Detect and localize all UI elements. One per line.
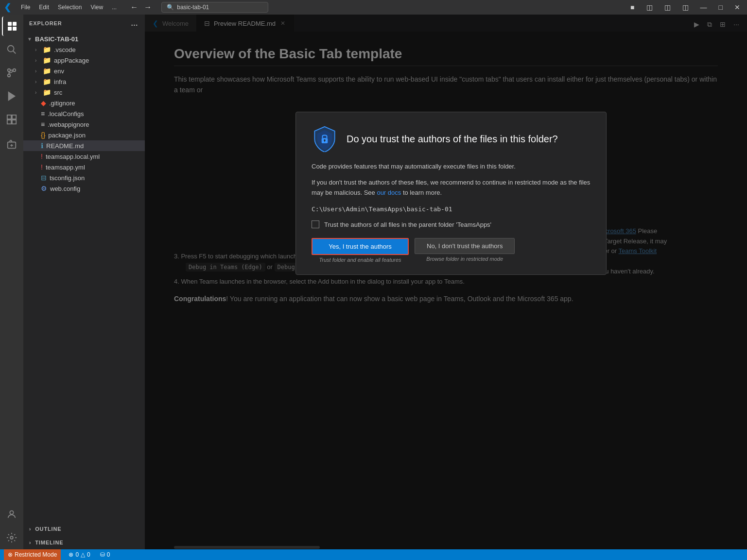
dialog-overlay: [145, 15, 747, 549]
tsconfig-icon: ⊟: [41, 174, 47, 182]
activity-source-control-icon[interactable]: [2, 63, 21, 83]
menu-edit[interactable]: Edit: [35, 3, 53, 12]
outline-label: OUTLINE: [35, 526, 61, 532]
json-icon: {}: [41, 131, 45, 139]
port-icon: ⛁: [100, 551, 105, 558]
no-trust-caption: Browse folder in restricted mode: [426, 256, 503, 262]
md-icon: ℹ: [41, 142, 43, 150]
menu-more[interactable]: ...: [108, 3, 121, 12]
src-chevron-icon: ›: [35, 90, 41, 95]
svg-rect-10: [7, 115, 11, 119]
sidebar: EXPLORER ... ▼ BASIC-TAB-01 › 📁 .vscode …: [23, 15, 145, 549]
sidebar-more-actions[interactable]: ...: [130, 18, 139, 28]
folder-icon: 📁: [43, 78, 51, 85]
menu-selection[interactable]: Selection: [54, 3, 86, 12]
activity-extensions-icon[interactable]: [2, 110, 21, 129]
infra-chevron-icon: ›: [35, 79, 41, 85]
trust-parent-checkbox[interactable]: [312, 221, 319, 228]
vscode-logo-icon: ❮: [4, 2, 11, 13]
svg-point-4: [8, 46, 14, 52]
our-docs-link[interactable]: our docs: [377, 189, 401, 196]
tree-item-teamsapp[interactable]: ! teamsapp.yml: [23, 162, 145, 172]
checkbox-label: Trust the authors of all files in the pa…: [324, 221, 491, 228]
panel-icon[interactable]: ■: [627, 2, 637, 12]
editor-layout-icon[interactable]: ◫: [661, 2, 674, 12]
status-bar: ⊗ Restricted Mode ⊗ 0 △ 0 ⛁ 0: [0, 549, 747, 560]
root-label: BASIC-TAB-01: [35, 35, 78, 43]
tree-item-vscode[interactable]: › 📁 .vscode: [23, 44, 145, 55]
close-button[interactable]: ✕: [731, 2, 743, 12]
shield-icon: [312, 126, 338, 152]
errors-item[interactable]: ⊗ 0 △ 0: [67, 549, 92, 560]
activity-bar: [0, 15, 23, 549]
tree-item-packagejson[interactable]: {} package.json: [23, 130, 145, 140]
minimize-button[interactable]: —: [697, 2, 710, 12]
tree-item-teamsapp-local[interactable]: ! teamsapp.local.yml: [23, 151, 145, 162]
title-search-bar[interactable]: 🔍 basic-tab-01: [161, 2, 268, 13]
tree-item-readme[interactable]: ℹ README.md: [23, 140, 145, 151]
yml2-icon: !: [41, 163, 43, 171]
folder-icon: 📁: [43, 67, 51, 75]
timeline-label: TIMELINE: [35, 540, 63, 545]
activity-search-icon[interactable]: [2, 40, 21, 59]
activity-teams-icon[interactable]: [2, 135, 21, 154]
dialog-header: Do you trust the authors of the files in…: [312, 126, 591, 152]
timeline-section[interactable]: › TIMELINE: [23, 536, 145, 549]
no-trust-button[interactable]: No, I don't trust the authors: [415, 238, 515, 254]
sidebar-left-icon[interactable]: ◫: [643, 2, 656, 12]
sidebar-title: EXPLORER: [29, 20, 62, 26]
tree-item-webconfig[interactable]: ⚙ web.config: [23, 183, 145, 194]
svg-point-17: [10, 511, 13, 514]
window-controls: ■ ◫ ◫ ◫ — □ ✕: [627, 2, 743, 12]
src-label: src: [54, 89, 62, 96]
folder-icon: 📁: [43, 88, 51, 96]
tree-item-gitignore[interactable]: ◆ .gitignore: [23, 98, 145, 108]
nav-back-button[interactable]: ←: [128, 2, 140, 13]
port-count: 0: [107, 551, 110, 558]
tree-item-tsconfig[interactable]: ⊟ tsconfig.json: [23, 172, 145, 183]
svg-line-5: [13, 51, 16, 54]
dialog-body2: If you don't trust the authors of these …: [312, 178, 591, 198]
activity-settings-icon[interactable]: [2, 528, 21, 547]
svg-rect-3: [13, 27, 17, 31]
infra-label: infra: [54, 78, 66, 85]
tree-item-webappignore[interactable]: ≡ .webappignore: [23, 119, 145, 130]
nav-buttons: ← →: [128, 2, 154, 13]
search-icon: 🔍: [167, 4, 174, 11]
teamsapp-label: teamsapp.yml: [46, 164, 85, 171]
svg-rect-12: [7, 120, 11, 124]
tree-item-localconfigs[interactable]: ≡ .localConfigs: [23, 108, 145, 119]
app-container: EXPLORER ... ▼ BASIC-TAB-01 › 📁 .vscode …: [0, 15, 747, 549]
webappignore-icon: ≡: [41, 120, 45, 128]
tsconfig-label: tsconfig.json: [50, 174, 85, 182]
ports-item[interactable]: ⛁ 0: [98, 549, 112, 560]
outline-section[interactable]: › OUTLINE: [23, 522, 145, 536]
svg-rect-1: [13, 22, 17, 26]
trust-button-group: Yes, I trust the authors Trust folder an…: [312, 238, 409, 263]
trust-dialog: Do you trust the authors of the files in…: [295, 112, 607, 275]
menu-view[interactable]: View: [87, 3, 107, 12]
tree-item-infra[interactable]: › 📁 infra: [23, 76, 145, 87]
nav-forward-button[interactable]: →: [142, 2, 154, 13]
activity-explorer-icon[interactable]: [2, 17, 21, 36]
activity-account-icon[interactable]: [2, 505, 21, 524]
no-trust-button-group: No, I don't trust the authors Browse fol…: [415, 238, 515, 262]
sidebar-header-actions: ...: [130, 18, 139, 28]
activity-run-debug-icon[interactable]: [2, 86, 21, 106]
menu-file[interactable]: File: [17, 3, 34, 12]
maximize-button[interactable]: □: [716, 2, 726, 12]
restricted-mode-label: Restricted Mode: [15, 551, 57, 558]
env-chevron-icon: ›: [35, 68, 41, 74]
tree-root[interactable]: ▼ BASIC-TAB-01: [23, 34, 145, 44]
warning-count: 0: [87, 551, 90, 558]
tree-item-src[interactable]: › 📁 src: [23, 87, 145, 98]
tree-item-env[interactable]: › 📁 env: [23, 66, 145, 76]
tree-item-apppackage[interactable]: › 📁 appPackage: [23, 55, 145, 66]
trust-authors-button[interactable]: Yes, I trust the authors: [312, 238, 409, 255]
gitignore-icon: ◆: [41, 99, 46, 107]
svg-rect-0: [8, 22, 12, 26]
grid-icon[interactable]: ◫: [679, 2, 692, 12]
restricted-mode-item[interactable]: ⊗ Restricted Mode: [4, 549, 61, 560]
webconfig-icon: ⚙: [41, 185, 47, 192]
restricted-mode-icon: ⊗: [8, 551, 13, 558]
